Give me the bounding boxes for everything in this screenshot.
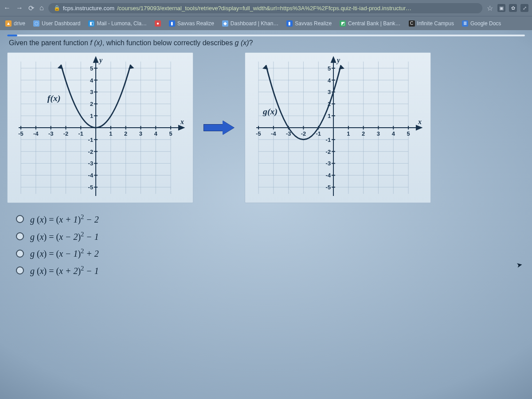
x-axis-label: x <box>180 118 184 125</box>
bookmark-favicon-icon: ● <box>155 20 161 27</box>
bookmark-item[interactable]: ◆Dashboard | Khan… <box>222 20 279 27</box>
radio-icon[interactable] <box>16 250 24 258</box>
home-button[interactable]: ⌂ <box>39 4 44 12</box>
svg-text:3: 3 <box>377 130 380 137</box>
bookmark-star-icon[interactable]: ☆ <box>487 4 493 12</box>
lock-icon: 🔒 <box>54 5 60 11</box>
svg-text:-3: -3 <box>88 160 93 167</box>
arrow-right-icon <box>203 121 235 134</box>
extension-icons: ▣ ✿ ⤢ <box>497 4 528 12</box>
extension-icon[interactable]: ⤢ <box>520 4 528 12</box>
bookmark-label: User Dashboard <box>42 20 80 27</box>
svg-marker-23 <box>179 125 184 130</box>
url-path: /courses/179093/external_tools/retrieve?… <box>117 5 411 12</box>
bookmark-label: drive <box>14 20 25 27</box>
svg-marker-22 <box>94 57 98 63</box>
extension-icon[interactable]: ▣ <box>497 4 505 12</box>
svg-text:-4: -4 <box>88 172 94 179</box>
page-content: Given the parent function f (x), which f… <box>0 30 532 399</box>
option-label: g (x) = (x − 1)2 + 2 <box>30 248 99 259</box>
svg-text:-1: -1 <box>88 137 93 143</box>
bookmark-label: Google Docs <box>470 20 501 27</box>
svg-text:-3: -3 <box>326 160 331 167</box>
bookmark-label: Savvas Realize <box>295 20 332 27</box>
svg-text:5: 5 <box>169 130 172 137</box>
radio-icon[interactable] <box>16 232 24 240</box>
bookmark-item[interactable]: ▮Savvas Realize <box>169 20 214 27</box>
graph-fx: -5-4-3-2-1 12345 12345 -1-2-3-4-5 y x f(… <box>7 52 193 203</box>
svg-text:-2: -2 <box>88 149 93 155</box>
graph-gx: -5-4-3-2-1 12345 12345 -1-2-3-4-5 y x g(… <box>245 52 431 203</box>
option-label: g (x) = (x − 2)2 − 1 <box>30 231 99 242</box>
graphs-row: -5-4-3-2-1 12345 12345 -1-2-3-4-5 y x f(… <box>7 52 525 203</box>
radio-icon[interactable] <box>16 215 24 223</box>
bookmark-favicon-icon: ▮ <box>169 20 175 27</box>
svg-text:-5: -5 <box>88 184 93 191</box>
bookmark-label: Savvas Realize <box>177 20 214 27</box>
svg-marker-64 <box>58 65 63 69</box>
bookmark-item[interactable]: ▲drive <box>5 20 25 27</box>
question-text: Given the parent function f (x), which f… <box>7 39 525 47</box>
svg-text:3: 3 <box>139 130 142 137</box>
option-c[interactable]: g (x) = (x − 1)2 + 2 <box>16 248 525 259</box>
nav-controls: ← → ⟳ ⌂ <box>4 4 44 12</box>
option-d[interactable]: g (x) = (x + 2)2 − 1 <box>16 265 525 276</box>
bookmark-favicon-icon: ≣ <box>462 20 468 27</box>
curve-label-gx: g(x) <box>262 106 278 117</box>
svg-text:-5: -5 <box>18 130 23 137</box>
bookmark-label: Infinite Campus <box>417 20 454 27</box>
bookmark-label: Central Bank | Bank… <box>348 20 401 27</box>
answer-options: g (x) = (x + 1)2 − 2 g (x) = (x − 2)2 − … <box>7 214 525 276</box>
reload-button[interactable]: ⟳ <box>28 4 34 12</box>
svg-text:4: 4 <box>90 77 94 84</box>
bookmark-item[interactable]: ≣Google Docs <box>462 20 501 27</box>
svg-text:3: 3 <box>328 89 331 95</box>
x-axis-label: x <box>418 118 422 125</box>
bookmark-item[interactable]: ▮Savvas Realize <box>286 20 332 27</box>
bookmarks-bar: ▲drive◌User Dashboard◧Mail - Lumona, Cla… <box>0 16 532 30</box>
forward-button[interactable]: → <box>16 4 23 12</box>
bookmark-favicon-icon: ◩ <box>340 20 346 27</box>
svg-text:-2: -2 <box>301 130 306 137</box>
svg-text:-5: -5 <box>326 184 331 191</box>
url-host: fcps.instructure.com <box>63 5 114 12</box>
svg-marker-88 <box>331 57 336 63</box>
bookmark-favicon-icon: ◆ <box>222 20 228 27</box>
address-bar[interactable]: 🔒 fcps.instructure.com/courses/179093/ex… <box>48 3 482 13</box>
svg-text:4: 4 <box>392 130 395 137</box>
radio-icon[interactable] <box>16 266 24 274</box>
bookmark-favicon-icon: ▲ <box>5 20 12 27</box>
extension-icon[interactable]: ✿ <box>509 4 517 12</box>
svg-text:-3: -3 <box>48 130 53 137</box>
svg-text:1: 1 <box>328 113 331 119</box>
svg-text:-2: -2 <box>63 130 68 137</box>
bookmark-item[interactable]: CInfinite Campus <box>409 20 454 27</box>
svg-text:-1: -1 <box>326 137 331 143</box>
svg-text:1: 1 <box>90 113 93 119</box>
svg-marker-89 <box>416 125 422 130</box>
bookmark-label: Mail - Lumona, Cla… <box>97 20 147 27</box>
svg-marker-130 <box>262 65 268 70</box>
svg-text:1: 1 <box>347 130 350 137</box>
option-b[interactable]: g (x) = (x − 2)2 − 1 <box>16 231 525 242</box>
option-a[interactable]: g (x) = (x + 1)2 − 2 <box>16 214 525 225</box>
option-label: g (x) = (x + 1)2 − 2 <box>30 214 99 225</box>
svg-marker-131 <box>339 65 344 70</box>
svg-text:4: 4 <box>154 130 158 137</box>
curve-label-fx: f(x) <box>47 93 61 103</box>
svg-text:2: 2 <box>90 101 93 107</box>
bookmark-item[interactable]: ◌User Dashboard <box>33 20 80 27</box>
svg-text:2: 2 <box>124 130 127 137</box>
svg-text:3: 3 <box>90 89 93 95</box>
transform-arrow <box>201 119 237 137</box>
svg-text:5: 5 <box>328 65 331 72</box>
option-label: g (x) = (x + 2)2 − 1 <box>30 265 99 276</box>
back-button[interactable]: ← <box>4 4 11 12</box>
svg-text:-4: -4 <box>326 172 331 179</box>
bookmark-item[interactable]: ◩Central Bank | Bank… <box>340 20 401 27</box>
y-axis-label: y <box>98 56 103 64</box>
y-axis-label: y <box>336 56 340 64</box>
bookmark-item[interactable]: ◧Mail - Lumona, Cla… <box>88 20 147 27</box>
svg-text:5: 5 <box>90 65 93 72</box>
bookmark-item[interactable]: ● <box>155 20 161 27</box>
